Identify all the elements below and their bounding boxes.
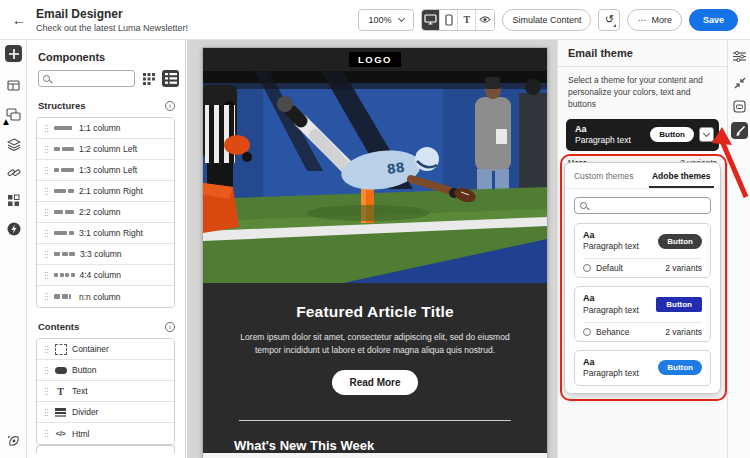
- email-divider: [239, 420, 511, 421]
- collapse-arrows-icon[interactable]: [731, 74, 748, 91]
- desktop-view-button[interactable]: [422, 10, 440, 30]
- asset-picker-icon[interactable]: [731, 98, 748, 115]
- list-view-button[interactable]: [162, 70, 179, 87]
- article-body[interactable]: Lorem ipsum dolor sit amet, consectetur …: [235, 331, 515, 357]
- structure-glyph: [54, 231, 74, 236]
- email-hero-image[interactable]: 88: [203, 71, 547, 283]
- drag-handle-icon[interactable]: [44, 292, 49, 301]
- email-article: Featured Article Title Lorem ipsum dolor…: [203, 303, 547, 453]
- structures-list: 1:1 column 1:2 column Left 1:3 column Le…: [36, 117, 175, 308]
- theme-dropdown-button[interactable]: [699, 127, 714, 142]
- undo-button[interactable]: ↺: [598, 9, 620, 31]
- content-item[interactable]: Container: [37, 339, 174, 360]
- zoom-dropdown[interactable]: 100%: [358, 9, 414, 31]
- drag-handle-icon[interactable]: [44, 187, 49, 196]
- content-item[interactable]: Divider: [37, 402, 174, 423]
- structure-item[interactable]: 1:2 column Left: [37, 139, 174, 160]
- theme-option-card[interactable]: Aa Paragraph text Button Behance 2 varia…: [574, 286, 711, 341]
- drag-handle-icon[interactable]: [44, 166, 49, 175]
- layers-icon[interactable]: [5, 136, 22, 153]
- current-theme-card[interactable]: Aa Paragraph text Button: [566, 119, 719, 151]
- drag-handle-icon[interactable]: [44, 408, 49, 417]
- email-header[interactable]: LOGO: [203, 48, 547, 71]
- theme-tab[interactable]: Adobe themes: [643, 163, 721, 188]
- drag-handle-icon[interactable]: [44, 229, 49, 238]
- theme-brush-icon[interactable]: [731, 122, 748, 139]
- article-title[interactable]: Featured Article Title: [203, 303, 547, 321]
- info-icon[interactable]: [165, 322, 175, 332]
- content-item[interactable]: Button: [37, 360, 174, 381]
- content-item[interactable]: Text: [37, 381, 174, 402]
- structure-label: 1:1 column: [79, 123, 121, 133]
- structure-item[interactable]: 1:1 column: [37, 118, 174, 139]
- simulate-content-button[interactable]: Simulate Content: [502, 9, 591, 31]
- theme-search[interactable]: [574, 197, 711, 214]
- structure-item[interactable]: 3:3 column: [37, 244, 174, 265]
- drag-handle-icon[interactable]: [44, 429, 49, 438]
- content-type-icon: [54, 365, 67, 376]
- drag-handle-icon[interactable]: [44, 366, 49, 375]
- info-icon[interactable]: [165, 101, 175, 111]
- drag-handle-icon[interactable]: [44, 271, 49, 280]
- theme-option-card[interactable]: Aa Paragraph text Button: [574, 350, 711, 386]
- structure-label: 1:3 column Left: [79, 165, 137, 175]
- read-more-button[interactable]: Read More: [332, 370, 417, 395]
- structure-item[interactable]: 2:2 column: [37, 202, 174, 223]
- radio-icon[interactable]: [583, 264, 591, 272]
- page-subtitle: Check out the latest Luma Newsletter!: [36, 23, 188, 33]
- preview-view-button[interactable]: [476, 10, 494, 30]
- assistant-icon[interactable]: [5, 432, 22, 449]
- theme-button-sample: Button: [656, 297, 702, 312]
- more-button[interactable]: ··· More: [627, 9, 682, 31]
- theme-aa-sample: Aa: [575, 124, 645, 135]
- theme-button-sample: Button: [658, 234, 702, 249]
- search-icon: [43, 75, 50, 82]
- theme-paragraph-sample: Paragraph text: [583, 241, 653, 252]
- structure-item[interactable]: 3:1 column Right: [37, 223, 174, 244]
- structure-item[interactable]: 2:1 column Right: [37, 181, 174, 202]
- text-view-button[interactable]: T: [458, 10, 476, 30]
- structures-title: Structures: [38, 100, 86, 111]
- structure-item[interactable]: n:n column: [37, 286, 174, 307]
- save-button[interactable]: Save: [689, 9, 738, 31]
- drag-handle-icon[interactable]: [44, 387, 49, 396]
- drag-handle-icon[interactable]: [44, 208, 49, 217]
- content-type-icon: [54, 344, 67, 355]
- blocks-icon[interactable]: [5, 192, 22, 209]
- page-title: Email Designer: [36, 7, 188, 21]
- select-table-icon[interactable]: [5, 78, 22, 95]
- mobile-icon: [445, 14, 453, 26]
- theme-search-input[interactable]: [591, 201, 705, 211]
- contents-title: Contents: [38, 321, 79, 332]
- drag-handle-icon[interactable]: [44, 145, 49, 154]
- grid-view-button[interactable]: [140, 70, 157, 87]
- structure-glyph: [54, 189, 74, 194]
- content-label: Html: [72, 429, 89, 439]
- add-icon[interactable]: [5, 45, 22, 62]
- radio-icon[interactable]: [583, 328, 591, 336]
- mobile-view-button[interactable]: [440, 10, 458, 30]
- link-icon[interactable]: [5, 164, 22, 181]
- theme-option-card[interactable]: Aa Paragraph text Button Default 2 varia…: [574, 223, 711, 278]
- email-section-title[interactable]: What's New This Week: [234, 438, 547, 453]
- email-designer-app: ← Email Designer Check out the latest Lu…: [0, 0, 750, 458]
- back-arrow-icon[interactable]: ←: [12, 13, 26, 27]
- content-item[interactable]: Html: [37, 423, 174, 444]
- components-search[interactable]: [38, 70, 135, 87]
- text-icon: T: [464, 14, 471, 25]
- drag-handle-icon[interactable]: [44, 124, 49, 133]
- theme-paragraph-sample: Paragraph text: [583, 368, 653, 379]
- theme-variant-name: Default: [596, 263, 660, 273]
- structure-glyph: [54, 252, 75, 257]
- components-search-input[interactable]: [53, 74, 130, 84]
- structure-item[interactable]: 1:3 column Left: [37, 160, 174, 181]
- theme-tab[interactable]: Custom themes: [565, 163, 643, 188]
- structure-item[interactable]: 4:4 column: [37, 265, 174, 286]
- settings-sliders-icon[interactable]: [731, 48, 748, 65]
- pulse-icon[interactable]: [5, 220, 22, 237]
- content-label: Container: [72, 344, 109, 354]
- svg-text:88: 88: [386, 160, 406, 177]
- drag-handle-icon[interactable]: [44, 345, 49, 354]
- drag-handle-icon[interactable]: [44, 250, 49, 259]
- email-preview[interactable]: LOGO: [203, 48, 547, 458]
